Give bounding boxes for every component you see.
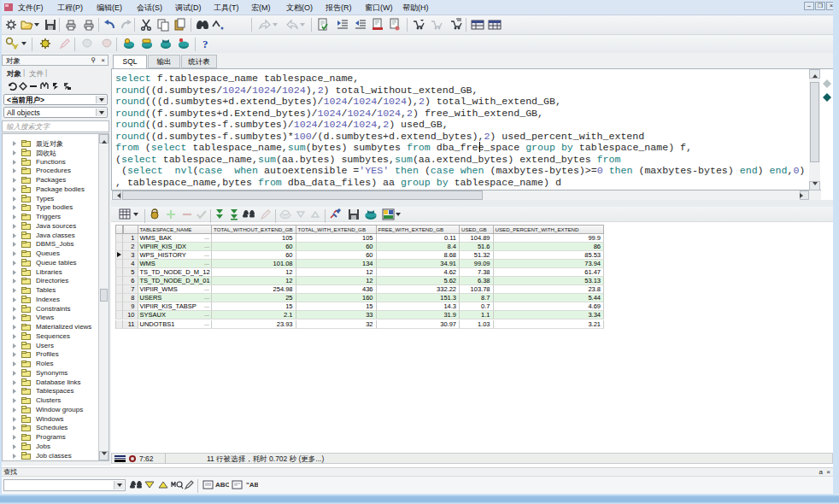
svg-text:?: ? [202, 38, 208, 50]
svg-text:"AB": "AB" [246, 481, 258, 489]
svg-text:ABC: ABC [215, 481, 229, 489]
